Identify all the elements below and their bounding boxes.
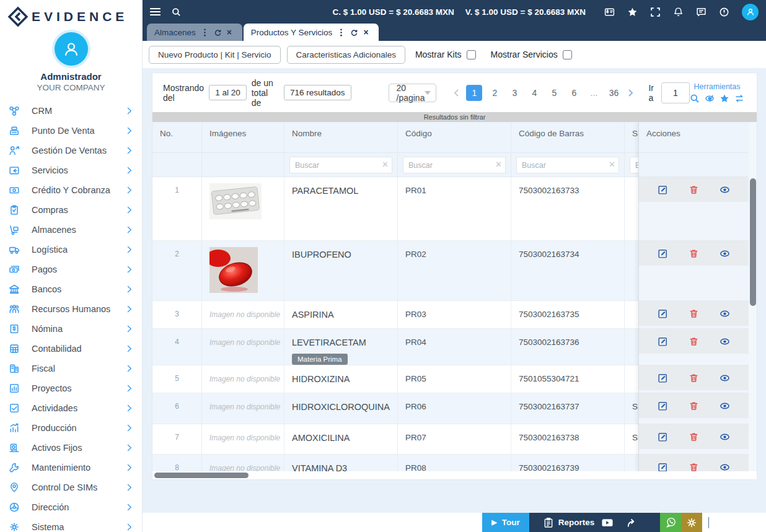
edit-icon[interactable] — [658, 462, 668, 472]
delete-icon[interactable] — [689, 401, 699, 411]
transfer-arrows-icon[interactable] — [734, 94, 744, 103]
page-6[interactable]: 6 — [566, 85, 581, 101]
kebab-menu-icon[interactable] — [201, 28, 209, 37]
clear-filter-icon[interactable]: ✕ — [382, 160, 389, 169]
refresh-icon[interactable] — [214, 28, 222, 37]
edit-icon[interactable] — [658, 401, 668, 411]
close-icon[interactable]: × — [363, 28, 371, 37]
edit-icon[interactable] — [658, 432, 668, 442]
vertical-scrollbar-thumb[interactable] — [750, 178, 756, 306]
refresh-icon[interactable] — [350, 28, 358, 37]
view-icon[interactable] — [720, 462, 730, 472]
sidebar-item-logistica[interactable]: Logística — [0, 240, 142, 259]
additional-features-button[interactable]: Caracteristicas Adicionales — [287, 46, 405, 64]
sidebar-item-sistema[interactable]: Sistema — [0, 517, 142, 532]
edit-icon[interactable] — [658, 308, 668, 319]
col-header-codigo-barras[interactable]: Código de Barras — [511, 122, 625, 152]
sidebar-item-produccion[interactable]: Producción — [0, 418, 142, 438]
sidebar-item-direccion[interactable]: Dirección — [0, 497, 142, 517]
menu-icon[interactable] — [150, 7, 161, 16]
col-header-nombre[interactable]: Nombre — [284, 122, 398, 152]
close-icon[interactable]: × — [227, 28, 235, 37]
edit-icon[interactable] — [658, 248, 668, 259]
filter-codigo-input[interactable] — [403, 157, 506, 173]
user-avatar-large[interactable] — [55, 32, 88, 66]
fullscreen-icon[interactable] — [650, 7, 661, 17]
prev-page-icon[interactable] — [452, 89, 460, 97]
col-header-imagenes[interactable]: Imágenes — [202, 122, 284, 152]
tab-productos-y-servicios[interactable]: Productos Y Servicios × — [244, 24, 379, 41]
column-visibility-icon[interactable] — [705, 94, 715, 103]
clear-filter-icon[interactable]: ✕ — [495, 160, 502, 169]
reports-button[interactable]: Reportes — [535, 517, 602, 528]
filter-barras-input[interactable] — [516, 157, 619, 173]
alerts-badge-icon[interactable] — [719, 7, 729, 17]
view-icon[interactable] — [720, 185, 730, 195]
user-avatar[interactable] — [742, 4, 759, 20]
page-1[interactable]: 1 — [466, 85, 482, 101]
page-5[interactable]: 5 — [547, 85, 561, 101]
sidebar-item-activos-fijos[interactable]: Activos Fijos — [0, 438, 142, 458]
sidebar-item-proyectos[interactable]: Proyectos — [0, 378, 142, 398]
sidebar-item-pagos[interactable]: Pagos — [0, 259, 142, 279]
kebab-menu-icon[interactable] — [337, 28, 345, 37]
sidebar-item-fiscal[interactable]: Fiscal — [0, 359, 142, 378]
sidebar-item-recursos-humanos[interactable]: Recursos Humanos — [0, 299, 142, 319]
horizontal-scrollbar[interactable] — [152, 471, 757, 479]
delete-icon[interactable] — [689, 185, 699, 195]
page-2[interactable]: 2 — [487, 85, 502, 101]
sidebar-item-gestion-de-ventas[interactable]: Gestión De Ventas — [0, 141, 142, 160]
sidebar-item-actividades[interactable]: Actividades — [0, 398, 142, 418]
view-icon[interactable] — [720, 248, 730, 259]
sidebar-item-nomina[interactable]: Nómina — [0, 319, 142, 339]
sidebar-item-compras[interactable]: Compras — [0, 200, 142, 220]
video-tutorials-icon[interactable] — [602, 517, 613, 528]
show-services-checkbox[interactable] — [563, 50, 572, 59]
favorites-star-icon[interactable] — [720, 94, 729, 103]
delete-icon[interactable] — [689, 248, 699, 259]
notifications-bell-icon[interactable] — [673, 7, 684, 17]
goto-page-input[interactable] — [661, 82, 690, 103]
delete-icon[interactable] — [689, 432, 699, 442]
vertical-scrollbar[interactable] — [749, 122, 757, 471]
whatsapp-button[interactable] — [660, 513, 681, 532]
next-page-icon[interactable] — [627, 89, 635, 97]
delete-icon[interactable] — [689, 462, 699, 472]
sidebar-item-crm[interactable]: CRM — [0, 101, 142, 121]
favorites-star-icon[interactable] — [627, 7, 638, 17]
edit-icon[interactable] — [658, 373, 668, 383]
advanced-search-icon[interactable] — [690, 94, 700, 103]
new-product-button[interactable]: Nuevo Producto | Kit | Servicio — [149, 46, 281, 64]
view-icon[interactable] — [720, 373, 730, 383]
messages-icon[interactable] — [696, 7, 707, 17]
sidebar-item-almacenes[interactable]: Almacenes — [0, 220, 142, 240]
share-arrow-icon[interactable] — [627, 517, 638, 528]
view-icon[interactable] — [720, 432, 730, 442]
show-kits-checkbox[interactable] — [467, 50, 476, 59]
currency-icon[interactable] — [604, 7, 615, 17]
col-header-no[interactable]: No. — [152, 122, 202, 152]
view-icon[interactable] — [720, 401, 730, 411]
sidebar-item-control-de-sims[interactable]: Control De SIMs — [0, 477, 142, 497]
page-4[interactable]: 4 — [527, 85, 542, 101]
settings-gear-button[interactable] — [681, 513, 702, 532]
horizontal-scrollbar-thumb[interactable] — [154, 473, 249, 478]
edit-icon[interactable] — [658, 336, 668, 347]
delete-icon[interactable] — [689, 308, 699, 319]
tour-button[interactable]: ▶ Tour — [482, 513, 529, 532]
sidebar-item-bancos[interactable]: Bancos — [0, 279, 142, 299]
tab-almacenes[interactable]: Almacenes × — [147, 24, 242, 41]
search-icon[interactable] — [172, 7, 181, 17]
filter-nombre-input[interactable] — [289, 157, 392, 173]
delete-icon[interactable] — [689, 336, 699, 347]
view-icon[interactable] — [720, 308, 730, 319]
page-3[interactable]: 3 — [507, 85, 522, 101]
clear-filter-icon[interactable]: ✕ — [609, 160, 615, 169]
sidebar-item-mantenimiento[interactable]: Mantenimiento — [0, 458, 142, 477]
edit-icon[interactable] — [658, 185, 668, 195]
view-icon[interactable] — [720, 336, 730, 347]
per-page-select[interactable]: 20 /pagina — [389, 84, 437, 102]
sidebar-item-contabilidad[interactable]: Contabilidad — [0, 339, 142, 359]
col-header-codigo[interactable]: Código — [398, 122, 511, 152]
sidebar-item-punto-de-venta[interactable]: Punto De Venta — [0, 121, 142, 141]
